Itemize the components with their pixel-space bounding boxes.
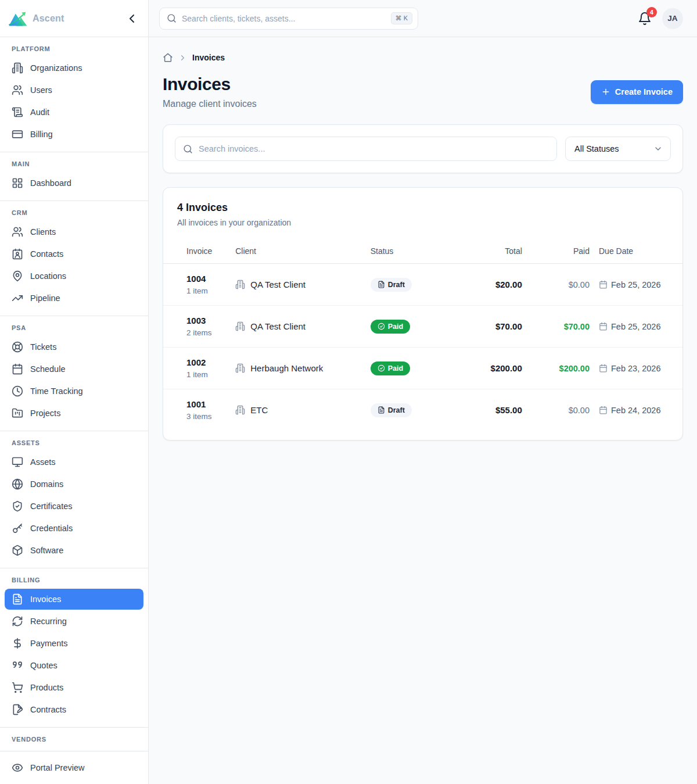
sidebar-item-contracts[interactable]: Contracts <box>5 699 143 720</box>
invoices-card-subtitle: All invoices in your organization <box>177 218 669 227</box>
sidebar-item-label: Payments <box>30 639 67 648</box>
global-search[interactable]: ⌘ K <box>159 8 418 30</box>
shield-check-icon <box>12 500 23 512</box>
sidebar-item-products[interactable]: Products <box>5 677 143 698</box>
search-icon <box>167 13 177 23</box>
filter-bar: All Statuses <box>163 124 683 173</box>
invoice-search[interactable] <box>175 137 557 161</box>
calendar-icon <box>12 363 23 375</box>
client-cell: QA Test Client <box>235 280 361 289</box>
notifications-button[interactable]: 4 <box>638 12 652 26</box>
due-date-cell: Feb 23, 2026 <box>599 364 669 373</box>
brand-logo[interactable]: Ascent <box>8 10 64 27</box>
sidebar-item-invoices[interactable]: Invoices <box>5 589 143 610</box>
table-row[interactable]: 1003 2 items QA Test Client Paid $70.00 … <box>163 306 682 348</box>
sidebar-item-clients[interactable]: Clients <box>5 221 143 242</box>
invoice-paid: $70.00 <box>564 322 590 331</box>
sidebar-item-users[interactable]: Users <box>5 80 143 101</box>
sidebar-section: PSA Tickets Schedule Time Tracking Proje… <box>0 316 148 431</box>
table-row[interactable]: 1004 1 item QA Test Client Draft $20.00 … <box>163 264 682 306</box>
map-pin-icon <box>12 270 23 282</box>
sidebar-item-assets[interactable]: Assets <box>5 452 143 472</box>
eye-icon <box>12 762 23 774</box>
client-cell: Herbaugh Network <box>235 363 361 373</box>
sidebar-header: Ascent <box>0 0 148 37</box>
sidebar-item-label: Contracts <box>30 705 66 714</box>
sidebar-section: BILLING Invoices Recurring Payments Quot… <box>0 568 148 728</box>
column-header-status: Status <box>366 239 465 264</box>
building-icon <box>235 321 245 331</box>
sidebar-item-label: Clients <box>30 227 56 237</box>
create-invoice-button[interactable]: Create Invoice <box>591 80 683 104</box>
search-shortcut-badge: ⌘ K <box>391 12 412 24</box>
invoice-number: 1001 <box>186 399 226 409</box>
sidebar-item-contacts[interactable]: Contacts <box>5 244 143 264</box>
sidebar-item-dashboard[interactable]: Dashboard <box>5 173 143 194</box>
sidebar-item-pipeline[interactable]: Pipeline <box>5 288 143 309</box>
sidebar-item-schedule[interactable]: Schedule <box>5 359 143 380</box>
table-row[interactable]: 1002 1 item Herbaugh Network Paid $200.0… <box>163 348 682 389</box>
invoice-paid: $200.00 <box>559 364 590 373</box>
chevron-down-icon <box>653 144 663 153</box>
avatar[interactable]: JA <box>662 8 683 29</box>
sidebar-section: MAIN Dashboard <box>0 152 148 201</box>
sidebar-item-audit[interactable]: Audit <box>5 102 143 123</box>
sidebar-item-locations[interactable]: Locations <box>5 266 143 287</box>
sidebar-item-software[interactable]: Software <box>5 540 143 561</box>
contact-icon <box>12 248 23 260</box>
sidebar-section-title: VENDORS <box>5 735 143 747</box>
folder-kanban-icon <box>12 407 23 419</box>
status-filter-select[interactable]: All Statuses <box>565 137 671 161</box>
chevron-right-icon <box>178 53 187 62</box>
invoice-total: $200.00 <box>491 363 522 373</box>
global-search-input[interactable] <box>182 14 386 23</box>
sidebar-item-organizations[interactable]: Organizations <box>5 58 143 78</box>
calendar-icon <box>599 322 608 331</box>
sidebar-item-billing[interactable]: Billing <box>5 124 143 145</box>
file-text-icon <box>378 281 385 288</box>
status-badge: Draft <box>371 278 412 292</box>
sidebar-item-label: Certificates <box>30 502 73 511</box>
sidebar-item-label: Assets <box>30 457 56 467</box>
invoice-item-count: 1 item <box>186 287 226 295</box>
quote-icon <box>12 660 23 671</box>
sidebar-section: VENDORS <box>0 728 148 751</box>
sidebar-collapse-button[interactable] <box>125 12 139 26</box>
sidebar-item-recurring[interactable]: Recurring <box>5 611 143 632</box>
sidebar-item-payments[interactable]: Payments <box>5 633 143 654</box>
sidebar-section-title: CRM <box>5 208 143 220</box>
layout-grid-icon <box>12 177 23 189</box>
sidebar-footer: Portal Preview <box>0 751 148 784</box>
due-date-cell: Feb 24, 2026 <box>599 406 669 415</box>
sidebar-item-certificates[interactable]: Certificates <box>5 496 143 517</box>
life-buoy-icon <box>12 341 23 353</box>
sidebar-item-quotes[interactable]: Quotes <box>5 655 143 676</box>
plus-icon <box>601 87 610 96</box>
table-row[interactable]: 1001 3 items ETC Draft $55.00 $0.00 Feb … <box>163 389 682 431</box>
client-name: QA Test Client <box>250 321 306 331</box>
sidebar-item-tickets[interactable]: Tickets <box>5 336 143 357</box>
search-icon <box>183 144 193 154</box>
status-label: Paid <box>388 364 403 373</box>
sidebar-item-time-tracking[interactable]: Time Tracking <box>5 381 143 402</box>
invoice-search-input[interactable] <box>199 144 549 153</box>
due-date: Feb 25, 2026 <box>611 322 660 331</box>
package-icon <box>12 545 23 556</box>
sidebar-item-portal-preview[interactable]: Portal Preview <box>5 757 143 778</box>
users-icon <box>12 84 23 96</box>
sidebar-item-domains[interactable]: Domains <box>5 474 143 495</box>
main-column: ⌘ K 4 JA Invoices Invoices Manage client… <box>149 0 697 784</box>
sidebar-item-label: Pipeline <box>30 293 60 303</box>
sidebar-item-label: Invoices <box>30 595 61 604</box>
monitor-icon <box>12 456 23 468</box>
sidebar-item-label: Contacts <box>30 249 63 259</box>
sidebar-item-credentials[interactable]: Credentials <box>5 518 143 539</box>
page-content: Invoices Invoices Manage client invoices… <box>149 37 697 453</box>
client-name: ETC <box>250 405 268 415</box>
sidebar-item-projects[interactable]: Projects <box>5 403 143 424</box>
sidebar-section-title: PLATFORM <box>5 44 143 56</box>
sidebar-item-label: Billing <box>30 130 53 139</box>
home-icon[interactable] <box>163 52 173 63</box>
building-icon <box>235 363 245 373</box>
cart-icon <box>12 682 23 693</box>
